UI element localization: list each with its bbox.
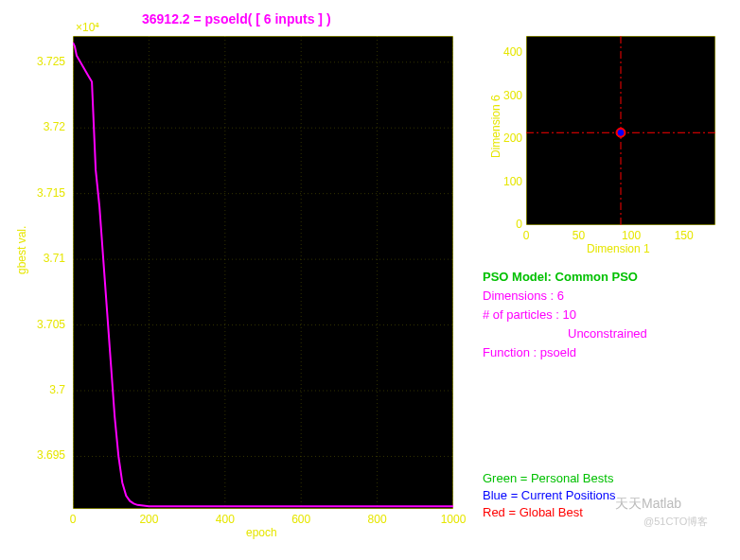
watermark-main: 天天Matlab <box>615 496 681 513</box>
svg-point-18 <box>618 130 624 135</box>
ylabel-left: gbest val. <box>15 226 28 274</box>
position-svg <box>526 36 715 225</box>
xlabel-right: Dimension 1 <box>587 242 650 255</box>
legend-blue: Blue = Current Positions <box>483 488 616 502</box>
xtick-r: 150 <box>670 229 698 242</box>
y-multiplier: ×10⁴ <box>76 21 99 34</box>
xtick: 600 <box>287 513 315 526</box>
xtick-r: 0 <box>512 229 540 242</box>
ytick: 3.725 <box>33 55 65 68</box>
dimensions-label: Dimensions : 6 <box>483 289 564 303</box>
ytick: 3.72 <box>33 120 65 133</box>
xtick: 800 <box>363 513 392 526</box>
xtick-r: 50 <box>565 229 593 242</box>
ytick-r: 400 <box>498 45 522 59</box>
main-plot-title: 36912.2 = psoeld( [ 6 inputs ] ) <box>142 11 331 26</box>
legend-red: Red = Global Best <box>483 505 583 519</box>
xtick: 0 <box>59 513 87 526</box>
convergence-svg <box>73 36 453 509</box>
watermark-sub: @51CTO博客 <box>643 515 708 529</box>
particles-label: # of particles : 10 <box>483 307 576 322</box>
constraint-label: Unconstrained <box>568 326 647 341</box>
pso-model-label: PSO Model: Common PSO <box>483 270 638 284</box>
convergence-plot <box>73 36 453 509</box>
xtick: 200 <box>134 513 163 526</box>
ytick: 3.7 <box>33 383 65 396</box>
legend-green: Green = Personal Bests <box>483 471 613 485</box>
ytick: 3.695 <box>33 448 65 462</box>
ytick: 3.705 <box>33 318 65 331</box>
ylabel-right: Dimension 6 <box>489 95 502 158</box>
xtick: 400 <box>211 513 239 526</box>
xtick: 1000 <box>439 513 467 526</box>
xtick-r: 100 <box>617 229 645 242</box>
ytick: 3.71 <box>33 252 65 265</box>
ytick-r: 100 <box>498 175 522 188</box>
svg-rect-13 <box>73 36 453 509</box>
xlabel-left: epoch <box>246 526 277 539</box>
position-plot <box>526 36 715 225</box>
ytick: 3.715 <box>33 186 65 200</box>
function-label: Function : psoeld <box>483 345 576 359</box>
